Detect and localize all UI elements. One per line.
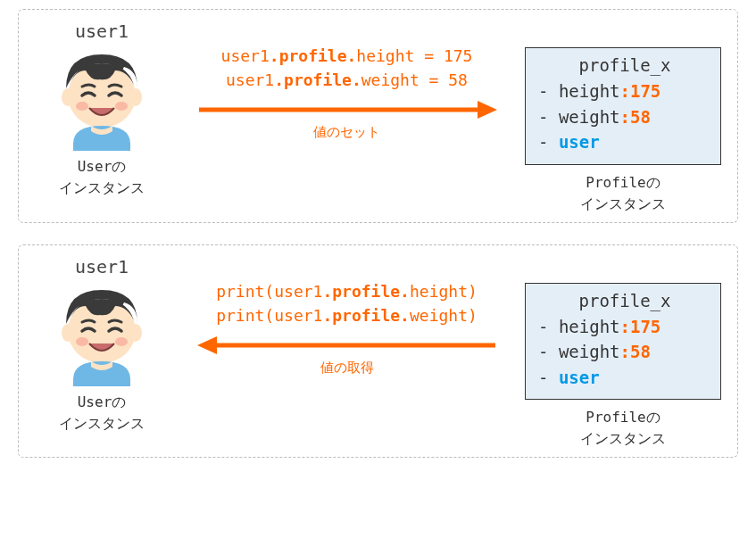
svg-marker-6 [478, 101, 497, 119]
profile-column: profile_x - height:175 - weight:58 - use… [525, 21, 721, 215]
svg-point-2 [129, 88, 142, 106]
svg-point-3 [76, 102, 88, 111]
svg-marker-13 [197, 336, 217, 354]
svg-point-10 [76, 337, 88, 346]
arrow-label-get: 値の取得 [183, 360, 511, 377]
profile-row-height: - height:175 [538, 314, 711, 340]
profile-object-title: profile_x [538, 291, 711, 310]
profile-instance-label: Profileの インスタンス [525, 407, 721, 450]
svg-point-9 [129, 324, 142, 342]
profile-object-box: profile_x - height:175 - weight:58 - use… [525, 283, 721, 401]
arrow-right-icon [183, 97, 511, 122]
svg-point-8 [62, 324, 74, 342]
user-instance-label: Userの インスタンス [35, 392, 169, 435]
profile-object-box: profile_x - height:175 - weight:58 - use… [525, 47, 721, 165]
middle-column: user1.profile.height = 175 user1.profile… [183, 21, 511, 141]
profile-object-title: profile_x [538, 55, 711, 75]
code-line-print-weight: print(user1.profile.weight) [183, 303, 511, 327]
svg-point-4 [115, 102, 128, 111]
arrow-label-set: 値のセット [183, 124, 511, 141]
user-variable-label: user1 [35, 21, 169, 42]
code-line-set-weight: user1.profile.weight = 58 [183, 68, 511, 92]
user-variable-label: user1 [35, 256, 169, 277]
user-column: user1 Userの インスタンス [35, 256, 169, 435]
profile-row-user: - user [538, 129, 711, 155]
profile-row-weight: - weight:58 [538, 339, 711, 365]
svg-point-11 [115, 337, 128, 346]
boy-avatar-icon [48, 44, 155, 151]
panel-set: user1 [18, 9, 738, 223]
profile-row-height: - height:175 [538, 79, 711, 104]
profile-column: profile_x - height:175 - weight:58 - use… [525, 256, 721, 451]
profile-instance-label: Profileの インスタンス [525, 172, 721, 215]
svg-point-1 [62, 88, 74, 106]
code-line-set-height: user1.profile.height = 175 [183, 44, 511, 68]
profile-row-weight: - weight:58 [538, 104, 711, 130]
middle-column: print(user1.profile.height) print(user1.… [183, 256, 511, 377]
user-column: user1 [35, 21, 169, 199]
boy-avatar-icon [48, 279, 155, 386]
arrow-left-icon [183, 333, 511, 358]
code-line-print-height: print(user1.profile.height) [183, 279, 511, 303]
user-instance-label: Userの インスタンス [35, 156, 169, 199]
panel-get: user1 Userの インスタンス [18, 244, 738, 459]
profile-row-user: - user [538, 365, 711, 391]
